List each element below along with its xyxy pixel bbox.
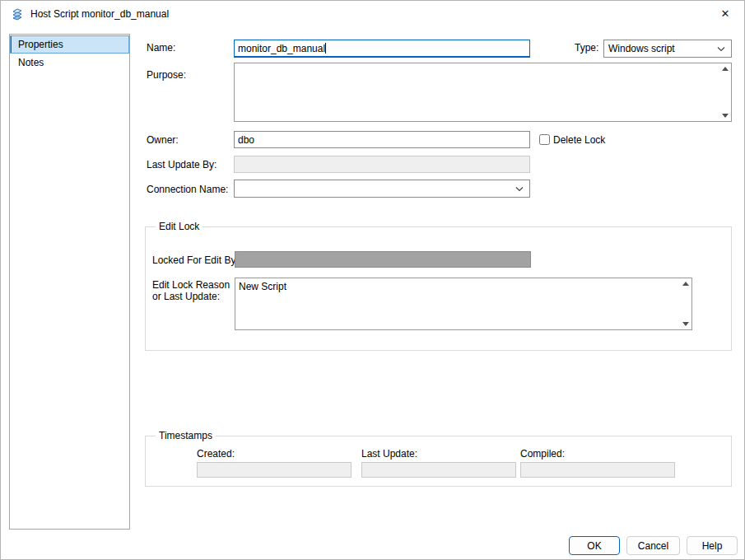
edit-lock-reason-textarea[interactable]: New Script xyxy=(235,278,692,330)
delete-lock-label: Delete Lock xyxy=(553,134,605,146)
last-update-input xyxy=(361,462,516,478)
purpose-textarea[interactable] xyxy=(234,63,732,122)
owner-label: Owner: xyxy=(147,134,179,146)
compiled-input xyxy=(520,462,675,478)
edit-lock-group: Edit Lock Locked For Edit By: Edit Lock … xyxy=(145,226,732,351)
locked-for-edit-by-input xyxy=(235,251,531,268)
timestamps-group-title: Timestamps xyxy=(156,430,216,441)
created-label: Created: xyxy=(197,448,235,460)
connection-name-dropdown[interactable] xyxy=(234,180,530,198)
delete-lock-checkbox[interactable] xyxy=(539,134,550,145)
scroll-up-icon[interactable] xyxy=(722,67,729,71)
edit-lock-reason-label: Edit Lock Reason or Last Update: xyxy=(152,279,235,302)
pages-list: Properties Notes xyxy=(9,34,130,530)
scroll-down-icon[interactable] xyxy=(682,322,689,326)
type-value: Windows script xyxy=(608,43,675,54)
owner-input[interactable] xyxy=(234,131,530,148)
name-label: Name: xyxy=(147,42,175,54)
edit-lock-group-title: Edit Lock xyxy=(156,221,203,232)
name-value: monitor_db_manual xyxy=(238,43,325,54)
type-label: Type: xyxy=(575,42,598,54)
locked-for-edit-by-label: Locked For Edit By: xyxy=(152,254,239,266)
timestamps-group: Timestamps Created: Last Update: Compile… xyxy=(145,436,732,487)
window-title: Host Script monitor_db_manual xyxy=(30,8,169,20)
help-button[interactable]: Help xyxy=(687,536,738,555)
chevron-down-icon xyxy=(717,47,725,52)
host-script-dialog: Host Script monitor_db_manual ✕ Properti… xyxy=(0,0,745,560)
app-icon xyxy=(11,7,24,21)
purpose-label: Purpose: xyxy=(147,69,186,81)
sidebar-item-notes[interactable]: Notes xyxy=(10,54,129,72)
sidebar-item-properties[interactable]: Properties xyxy=(10,35,129,54)
created-input xyxy=(197,462,352,478)
last-update-label: Last Update: xyxy=(361,448,417,460)
ok-button[interactable]: OK xyxy=(569,536,620,555)
scroll-down-icon[interactable] xyxy=(722,114,729,118)
scroll-up-icon[interactable] xyxy=(682,282,689,286)
connection-name-label: Connection Name: xyxy=(147,184,228,195)
titlebar: Host Script monitor_db_manual ✕ xyxy=(1,1,744,27)
cancel-button[interactable]: Cancel xyxy=(626,536,680,555)
close-button[interactable]: ✕ xyxy=(706,1,744,27)
type-dropdown[interactable]: Windows script xyxy=(603,40,732,58)
last-update-by-label: Last Update By: xyxy=(147,159,217,170)
compiled-label: Compiled: xyxy=(520,448,565,460)
text-caret xyxy=(325,43,326,54)
last-update-by-input xyxy=(234,156,530,173)
name-input[interactable]: monitor_db_manual xyxy=(234,40,530,58)
edit-lock-reason-value: New Script xyxy=(239,281,678,292)
chevron-down-icon xyxy=(515,187,524,192)
